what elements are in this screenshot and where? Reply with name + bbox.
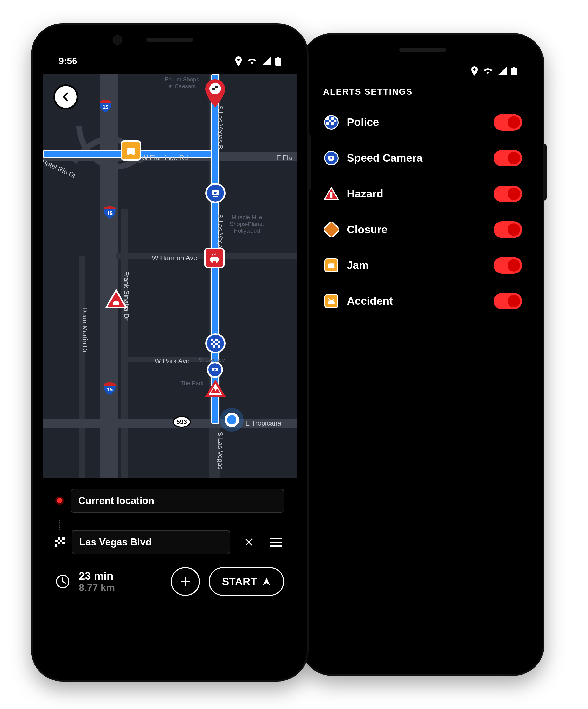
police-marker-icon[interactable]	[205, 333, 226, 353]
road-label-park: W Park Ave	[155, 357, 189, 365]
phone-navigation: 9:56	[31, 23, 308, 682]
signal-icon	[262, 57, 271, 65]
road-frank-sinatra	[121, 209, 128, 478]
setting-toggle[interactable]	[494, 221, 522, 238]
svg-rect-30	[215, 339, 218, 341]
wifi-icon	[483, 67, 493, 75]
destination-label: Las Vegas Blvd	[79, 537, 152, 548]
setting-label: Jam	[347, 259, 486, 271]
setting-toggle[interactable]	[494, 257, 522, 274]
svg-rect-10	[330, 196, 333, 198]
settings-list: PoliceSpeed CameraHazardClosureJamAccide…	[313, 104, 533, 319]
setting-toggle[interactable]	[494, 293, 522, 309]
setting-label: Police	[347, 116, 486, 129]
setting-row-accident[interactable]: Accident	[313, 283, 533, 319]
setting-row-police[interactable]: Police	[313, 104, 533, 140]
svg-point-21	[127, 152, 130, 155]
svg-rect-36	[218, 345, 220, 347]
svg-text:593: 593	[177, 418, 187, 425]
settings-screen: ALERTS SETTINGS PoliceSpeed CameraHazard…	[313, 58, 533, 651]
speed-camera-icon	[323, 150, 340, 166]
svg-rect-45	[60, 542, 62, 544]
police-icon	[323, 114, 340, 131]
start-navigation-button[interactable]: START	[209, 567, 284, 596]
signal-icon	[498, 67, 507, 75]
svg-rect-8	[329, 160, 333, 161]
current-location-dot	[225, 413, 239, 427]
svg-rect-1	[331, 117, 334, 120]
setting-label: Speed Camera	[347, 152, 486, 164]
route-connector	[59, 520, 60, 530]
setting-label: Accident	[347, 295, 486, 307]
back-button[interactable]	[53, 84, 78, 109]
svg-rect-32	[218, 341, 220, 343]
svg-rect-29	[211, 339, 213, 341]
battery-icon	[511, 67, 517, 75]
hazard-icon	[323, 186, 340, 202]
road-label-harmon: W Harmon Ave	[152, 254, 197, 262]
destination-field[interactable]: Las Vegas Blvd	[72, 530, 230, 554]
accident-marker-icon[interactable]	[204, 248, 225, 268]
location-icon	[235, 56, 242, 66]
origin-field[interactable]: Current location	[71, 489, 284, 513]
svg-rect-34	[215, 343, 218, 345]
svg-rect-43	[62, 540, 65, 542]
svg-rect-25	[213, 195, 218, 197]
jam-marker-icon[interactable]	[121, 140, 141, 161]
destination-flag-icon	[55, 537, 65, 547]
svg-rect-3	[334, 120, 336, 122]
phone-settings: ALERTS SETTINGS PoliceSpeed CameraHazard…	[301, 33, 544, 676]
road-label-tropicana: E Tropicana	[245, 419, 281, 427]
road-label-lvblvd-s: S Las Vegas	[216, 432, 224, 470]
poi-miracle-mile: Miracle Mile Shops-Planet Hollywood	[230, 214, 264, 234]
setting-row-hazard[interactable]: Hazard	[313, 176, 533, 212]
destination-pin-icon[interactable]	[204, 79, 226, 107]
shield-i15-icon: 15	[100, 100, 111, 112]
navigate-arrow-icon	[262, 577, 271, 586]
clock-icon	[55, 574, 70, 589]
setting-row-jam[interactable]: Jam	[313, 247, 533, 283]
shield-i15-icon: 15	[104, 383, 116, 395]
setting-label: Hazard	[347, 188, 486, 200]
start-label: START	[222, 576, 257, 587]
settings-title: ALERTS SETTINGS	[313, 84, 533, 104]
route-options-button[interactable]	[267, 538, 284, 547]
setting-toggle[interactable]	[494, 186, 522, 202]
speed-camera-marker-icon[interactable]	[205, 183, 226, 203]
nav-screen: 9:56	[43, 48, 297, 657]
setting-row-speed-camera[interactable]: Speed Camera	[313, 140, 533, 176]
map-view[interactable]: W Flamingo Rd E Fla W Harmon Ave W Park …	[43, 74, 297, 478]
svg-point-26	[211, 260, 213, 263]
poi-the-park: The Park	[180, 380, 204, 387]
svg-rect-41	[60, 537, 62, 540]
eta-time: 23 min	[79, 570, 115, 582]
clear-destination-button[interactable]	[237, 537, 261, 547]
closure-marker-icon[interactable]	[205, 380, 226, 398]
hazard-marker-icon[interactable]	[105, 289, 127, 309]
status-bar: 9:56	[43, 48, 297, 74]
speed-camera-marker-icon[interactable]	[207, 362, 223, 378]
svg-rect-2	[329, 120, 331, 122]
origin-label: Current location	[78, 495, 154, 506]
road-label-flamingo: W Flamingo Rd	[142, 154, 188, 162]
setting-toggle[interactable]	[494, 114, 522, 131]
svg-point-7	[330, 157, 332, 159]
setting-label: Closure	[347, 224, 486, 236]
chevron-left-icon	[61, 92, 71, 102]
add-stop-button[interactable]	[171, 567, 200, 596]
closure-icon	[323, 221, 340, 238]
phone-speaker	[399, 48, 446, 52]
plus-icon	[180, 576, 190, 587]
setting-toggle[interactable]	[494, 150, 522, 166]
svg-point-22	[132, 152, 135, 155]
accident-icon	[323, 293, 340, 309]
status-time: 9:56	[58, 56, 77, 67]
svg-rect-0	[326, 117, 329, 120]
svg-rect-42	[58, 540, 60, 542]
svg-rect-46	[55, 544, 56, 547]
setting-row-closure[interactable]: Closure	[313, 212, 533, 247]
eta: 23 min 8.77 km	[79, 570, 115, 594]
svg-rect-31	[213, 341, 215, 343]
svg-text:15: 15	[107, 387, 112, 392]
svg-rect-20	[215, 87, 218, 90]
